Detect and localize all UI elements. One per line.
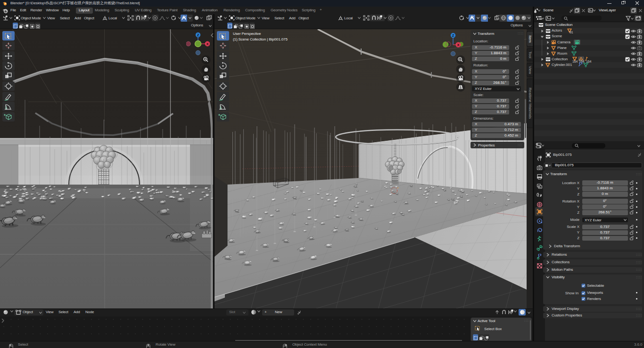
svg-text:Z: Z xyxy=(197,33,199,37)
svg-text:Z: Z xyxy=(452,33,454,38)
svg-text:X: X xyxy=(206,42,208,46)
svg-text:X: X xyxy=(457,43,459,47)
